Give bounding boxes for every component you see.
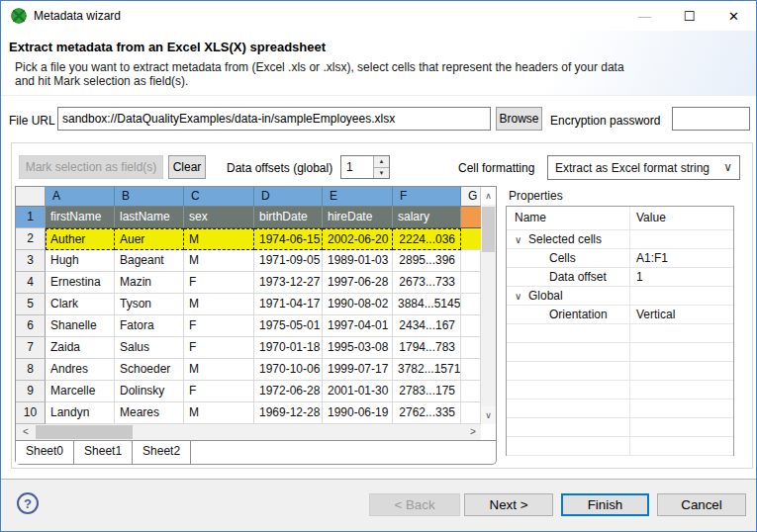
- spinner-down-icon[interactable]: ▼: [373, 168, 389, 179]
- horizontal-scrollbar[interactable]: < >: [16, 424, 481, 440]
- browse-button[interactable]: Browse: [496, 107, 542, 131]
- data-cell[interactable]: [461, 402, 481, 424]
- horizontal-scrollbar-thumb[interactable]: [36, 425, 133, 439]
- row-number-cell[interactable]: 2: [16, 228, 46, 250]
- property-row[interactable]: ∨Global: [507, 287, 733, 306]
- column-header-f[interactable]: F: [393, 187, 461, 207]
- data-cell[interactable]: Hugh: [46, 250, 115, 272]
- data-cell[interactable]: Ernestina: [46, 272, 115, 294]
- cell-formatting-select[interactable]: Extract as Excel format string ∨: [547, 155, 740, 180]
- data-cell[interactable]: 2783...175: [393, 381, 461, 402]
- row-number-cell[interactable]: 1: [16, 207, 46, 228]
- data-cell[interactable]: Landyn: [46, 402, 115, 424]
- data-cell[interactable]: 2434...167: [393, 315, 461, 337]
- cancel-button[interactable]: Cancel: [657, 493, 746, 516]
- data-cell[interactable]: [461, 250, 481, 272]
- data-cell[interactable]: M: [184, 250, 254, 272]
- data-cell[interactable]: 1995-03-08: [323, 337, 393, 359]
- data-cell[interactable]: Clark: [46, 294, 115, 315]
- scroll-right-icon[interactable]: >: [465, 424, 481, 440]
- data-cell[interactable]: Bageant: [115, 250, 184, 272]
- data-cell[interactable]: Dolinsky: [115, 381, 184, 402]
- data-cell[interactable]: 2762...335: [393, 402, 461, 424]
- scroll-up-icon[interactable]: ∧: [481, 187, 496, 205]
- data-cell[interactable]: Tyson: [115, 294, 184, 315]
- data-cell[interactable]: Mazin: [115, 272, 184, 294]
- clear-button[interactable]: Clear: [168, 155, 206, 179]
- data-cell[interactable]: [461, 294, 481, 315]
- data-cell[interactable]: Shanelle: [46, 315, 115, 337]
- data-cell[interactable]: 1975-05-01: [254, 315, 323, 337]
- data-cell[interactable]: 1969-12-28: [254, 402, 323, 424]
- data-cell[interactable]: 1997-04-01: [323, 315, 393, 337]
- data-cell[interactable]: 1971-04-17: [254, 294, 323, 315]
- data-cell[interactable]: [461, 337, 481, 359]
- data-cell[interactable]: 1970-01-18: [254, 337, 323, 359]
- file-url-input[interactable]: [57, 107, 491, 131]
- data-cell[interactable]: 1989-01-03: [323, 250, 393, 272]
- finish-button[interactable]: Finish: [561, 493, 649, 516]
- data-cell[interactable]: Fatora: [115, 315, 184, 337]
- maximize-icon[interactable]: ☐: [667, 1, 711, 31]
- property-value[interactable]: [630, 287, 733, 305]
- data-cell[interactable]: 1973-12-27: [254, 272, 323, 294]
- chevron-down-icon[interactable]: ∨: [515, 231, 528, 248]
- tab-sheet2[interactable]: Sheet2: [133, 441, 191, 464]
- data-cell[interactable]: 1970-10-06: [254, 359, 323, 381]
- help-icon[interactable]: ?: [17, 492, 39, 514]
- data-cell[interactable]: 2001-01-30: [323, 381, 393, 402]
- selected-cell[interactable]: 2224...036: [393, 228, 461, 250]
- column-header-g[interactable]: G: [461, 187, 481, 207]
- property-value[interactable]: 1: [630, 268, 733, 286]
- row-number-cell[interactable]: 10: [16, 402, 46, 424]
- field-header-cell[interactable]: hireDate: [323, 207, 393, 228]
- data-cell[interactable]: 2673...733: [393, 272, 461, 294]
- close-icon[interactable]: ✕: [711, 1, 756, 31]
- tab-sheet1[interactable]: Sheet1: [74, 441, 133, 464]
- spinner-up-icon[interactable]: ▲: [373, 156, 389, 168]
- data-cell[interactable]: 1999-07-17: [323, 359, 393, 381]
- data-cell[interactable]: F: [184, 381, 254, 402]
- data-cell[interactable]: [461, 272, 481, 294]
- vertical-scrollbar-thumb[interactable]: [482, 207, 495, 252]
- data-cell[interactable]: Schoeder: [115, 359, 184, 381]
- mark-selection-button[interactable]: Mark selection as field(s): [19, 155, 163, 179]
- next-field-marker-cell[interactable]: [461, 207, 481, 228]
- tab-sheet0[interactable]: Sheet0: [16, 441, 74, 464]
- scroll-left-icon[interactable]: <: [18, 424, 34, 440]
- property-value[interactable]: A1:F1: [630, 249, 733, 267]
- row-number-cell[interactable]: 9: [16, 381, 46, 402]
- property-row[interactable]: CellsA1:F1: [507, 249, 733, 268]
- selected-cell[interactable]: Auer: [115, 228, 184, 250]
- data-cell[interactable]: [461, 381, 481, 402]
- data-cell[interactable]: 1997-06-28: [323, 272, 393, 294]
- titlebar[interactable]: Metadata wizard — ☐ ✕: [1, 1, 756, 31]
- column-header-c[interactable]: C: [184, 187, 254, 207]
- property-value[interactable]: Vertical: [630, 306, 733, 323]
- data-cell[interactable]: 1990-08-02: [323, 294, 393, 315]
- next-button[interactable]: Next >: [464, 493, 553, 516]
- column-header-b[interactable]: B: [115, 187, 184, 207]
- column-header-a[interactable]: A: [46, 187, 115, 207]
- selected-cell[interactable]: 1974-06-15: [254, 228, 323, 250]
- scroll-down-icon[interactable]: ∨: [481, 406, 496, 424]
- vertical-scrollbar[interactable]: ∧ ∨: [481, 187, 496, 424]
- data-cell[interactable]: Marcelle: [46, 381, 115, 402]
- field-header-cell[interactable]: salary: [393, 207, 461, 228]
- data-cell[interactable]: Andres: [46, 359, 115, 381]
- row-number-cell[interactable]: 3: [16, 250, 46, 272]
- property-row[interactable]: Data offset1: [507, 268, 733, 287]
- data-cell[interactable]: [461, 359, 481, 381]
- data-cell[interactable]: 3884...5145: [393, 294, 461, 315]
- row-number-cell[interactable]: 8: [16, 359, 46, 381]
- data-cell[interactable]: [461, 315, 481, 337]
- selected-row-overflow-cell[interactable]: [461, 228, 481, 250]
- field-header-cell[interactable]: firstName: [46, 207, 115, 228]
- data-cell[interactable]: Salus: [115, 337, 184, 359]
- data-cell[interactable]: 1971-09-05: [254, 250, 323, 272]
- data-cell[interactable]: F: [184, 337, 254, 359]
- chevron-down-icon[interactable]: ∨: [515, 288, 528, 305]
- selected-cell[interactable]: 2002-06-20: [323, 228, 393, 250]
- column-header-e[interactable]: E: [323, 187, 393, 207]
- selected-cell[interactable]: M: [184, 228, 254, 250]
